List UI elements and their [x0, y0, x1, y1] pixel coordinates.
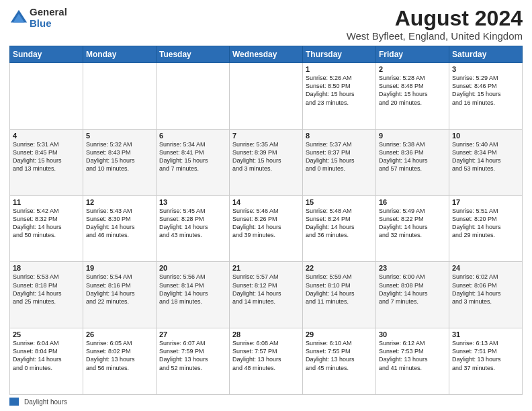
day-number: 13	[159, 198, 226, 206]
page: General Blue August 2024 West Byfleet, E…	[0, 0, 532, 411]
day-info: Sunrise: 6:12 AM Sunset: 7:53 PM Dayligh…	[379, 339, 446, 372]
day-number: 22	[306, 264, 373, 272]
calendar-cell-1-2: 6Sunrise: 5:34 AM Sunset: 8:41 PM Daylig…	[157, 129, 230, 195]
main-title: August 2024	[347, 7, 523, 30]
day-info: Sunrise: 5:35 AM Sunset: 8:39 PM Dayligh…	[232, 140, 300, 173]
logo-text: General Blue	[30, 7, 67, 29]
day-info: Sunrise: 5:51 AM Sunset: 8:20 PM Dayligh…	[452, 207, 519, 240]
day-number: 14	[232, 198, 300, 206]
calendar-cell-2-6: 17Sunrise: 5:51 AM Sunset: 8:20 PM Dayli…	[449, 195, 523, 262]
calendar-cell-1-6: 10Sunrise: 5:40 AM Sunset: 8:34 PM Dayli…	[449, 129, 523, 195]
day-info: Sunrise: 5:46 AM Sunset: 8:26 PM Dayligh…	[232, 207, 300, 240]
calendar-cell-2-0: 11Sunrise: 5:42 AM Sunset: 8:32 PM Dayli…	[10, 195, 83, 262]
day-number: 19	[86, 264, 153, 272]
calendar-cell-3-5: 23Sunrise: 6:00 AM Sunset: 8:08 PM Dayli…	[376, 262, 449, 328]
day-number: 20	[159, 264, 226, 272]
calendar-cell-4-3: 28Sunrise: 6:08 AM Sunset: 7:57 PM Dayli…	[230, 328, 303, 395]
title-block: August 2024 West Byfleet, England, Unite…	[347, 7, 523, 42]
calendar-cell-3-1: 19Sunrise: 5:54 AM Sunset: 8:16 PM Dayli…	[83, 262, 157, 328]
calendar-cell-3-4: 22Sunrise: 5:59 AM Sunset: 8:10 PM Dayli…	[303, 262, 376, 328]
logo-general-text: General	[30, 7, 67, 18]
calendar-cell-2-4: 15Sunrise: 5:48 AM Sunset: 8:24 PM Dayli…	[303, 195, 376, 262]
week-row-4: 25Sunrise: 6:04 AM Sunset: 8:04 PM Dayli…	[10, 328, 523, 395]
day-number: 6	[159, 132, 226, 140]
logo-blue-text: Blue	[30, 18, 67, 30]
day-number: 24	[452, 264, 519, 272]
day-info: Sunrise: 5:57 AM Sunset: 8:12 PM Dayligh…	[232, 273, 300, 306]
header-friday: Friday	[376, 46, 449, 63]
day-number: 15	[306, 198, 373, 206]
calendar-cell-3-3: 21Sunrise: 5:57 AM Sunset: 8:12 PM Dayli…	[230, 262, 303, 328]
calendar-cell-0-5: 2Sunrise: 5:28 AM Sunset: 8:48 PM Daylig…	[376, 63, 449, 130]
calendar-cell-1-5: 9Sunrise: 5:38 AM Sunset: 8:36 PM Daylig…	[376, 129, 449, 195]
calendar-cell-0-2	[157, 63, 230, 130]
calendar-cell-3-2: 20Sunrise: 5:56 AM Sunset: 8:14 PM Dayli…	[157, 262, 230, 328]
day-number: 5	[86, 132, 153, 140]
day-number: 28	[232, 330, 300, 338]
calendar-cell-2-5: 16Sunrise: 5:49 AM Sunset: 8:22 PM Dayli…	[376, 195, 449, 262]
logo-icon	[9, 9, 28, 28]
day-info: Sunrise: 5:31 AM Sunset: 8:45 PM Dayligh…	[13, 140, 80, 173]
day-info: Sunrise: 5:43 AM Sunset: 8:30 PM Dayligh…	[86, 207, 153, 240]
day-info: Sunrise: 5:49 AM Sunset: 8:22 PM Dayligh…	[379, 207, 446, 240]
header-wednesday: Wednesday	[230, 46, 303, 63]
calendar-cell-4-2: 27Sunrise: 6:07 AM Sunset: 7:59 PM Dayli…	[157, 328, 230, 395]
calendar-cell-1-1: 5Sunrise: 5:32 AM Sunset: 8:43 PM Daylig…	[83, 129, 157, 195]
day-number: 23	[379, 264, 446, 272]
day-number: 9	[379, 132, 446, 140]
day-info: Sunrise: 5:37 AM Sunset: 8:37 PM Dayligh…	[306, 140, 373, 173]
header-tuesday: Tuesday	[157, 46, 230, 63]
header-sunday: Sunday	[10, 46, 83, 63]
header: General Blue August 2024 West Byfleet, E…	[9, 7, 523, 42]
day-info: Sunrise: 5:40 AM Sunset: 8:34 PM Dayligh…	[452, 140, 519, 173]
day-info: Sunrise: 5:32 AM Sunset: 8:43 PM Dayligh…	[86, 140, 153, 173]
day-number: 16	[379, 198, 446, 206]
day-info: Sunrise: 5:38 AM Sunset: 8:36 PM Dayligh…	[379, 140, 446, 173]
day-info: Sunrise: 5:59 AM Sunset: 8:10 PM Dayligh…	[306, 273, 373, 306]
day-number: 21	[232, 264, 300, 272]
day-info: Sunrise: 5:26 AM Sunset: 8:50 PM Dayligh…	[306, 74, 373, 107]
day-info: Sunrise: 5:28 AM Sunset: 8:48 PM Dayligh…	[379, 74, 446, 107]
day-info: Sunrise: 6:02 AM Sunset: 8:06 PM Dayligh…	[452, 273, 519, 306]
calendar-cell-2-3: 14Sunrise: 5:46 AM Sunset: 8:26 PM Dayli…	[230, 195, 303, 262]
header-row: Sunday Monday Tuesday Wednesday Thursday…	[10, 46, 523, 63]
footer: Daylight hours	[9, 398, 523, 406]
day-number: 2	[379, 65, 446, 73]
legend-color-box	[9, 398, 19, 406]
day-number: 30	[379, 330, 446, 338]
day-info: Sunrise: 6:07 AM Sunset: 7:59 PM Dayligh…	[159, 339, 226, 372]
calendar-cell-1-0: 4Sunrise: 5:31 AM Sunset: 8:45 PM Daylig…	[10, 129, 83, 195]
day-info: Sunrise: 5:45 AM Sunset: 8:28 PM Dayligh…	[159, 207, 226, 240]
day-info: Sunrise: 5:34 AM Sunset: 8:41 PM Dayligh…	[159, 140, 226, 173]
logo: General Blue	[9, 7, 67, 29]
subtitle: West Byfleet, England, United Kingdom	[347, 30, 523, 42]
day-info: Sunrise: 5:53 AM Sunset: 8:18 PM Dayligh…	[13, 273, 80, 306]
calendar-cell-4-4: 29Sunrise: 6:10 AM Sunset: 7:55 PM Dayli…	[303, 328, 376, 395]
day-number: 17	[452, 198, 519, 206]
calendar-cell-4-5: 30Sunrise: 6:12 AM Sunset: 7:53 PM Dayli…	[376, 328, 449, 395]
calendar-cell-1-3: 7Sunrise: 5:35 AM Sunset: 8:39 PM Daylig…	[230, 129, 303, 195]
day-number: 31	[452, 330, 519, 338]
week-row-0: 1Sunrise: 5:26 AM Sunset: 8:50 PM Daylig…	[10, 63, 523, 130]
week-row-3: 18Sunrise: 5:53 AM Sunset: 8:18 PM Dayli…	[10, 262, 523, 328]
day-info: Sunrise: 5:54 AM Sunset: 8:16 PM Dayligh…	[86, 273, 153, 306]
day-info: Sunrise: 5:42 AM Sunset: 8:32 PM Dayligh…	[13, 207, 80, 240]
day-number: 1	[306, 65, 373, 73]
day-number: 29	[306, 330, 373, 338]
day-info: Sunrise: 6:13 AM Sunset: 7:51 PM Dayligh…	[452, 339, 519, 372]
day-info: Sunrise: 5:29 AM Sunset: 8:46 PM Dayligh…	[452, 74, 519, 107]
calendar-cell-4-1: 26Sunrise: 6:05 AM Sunset: 8:02 PM Dayli…	[83, 328, 157, 395]
calendar-cell-0-0	[10, 63, 83, 130]
day-info: Sunrise: 6:08 AM Sunset: 7:57 PM Dayligh…	[232, 339, 300, 372]
day-number: 25	[13, 330, 80, 338]
day-number: 3	[452, 65, 519, 73]
calendar-cell-2-1: 12Sunrise: 5:43 AM Sunset: 8:30 PM Dayli…	[83, 195, 157, 262]
day-number: 18	[13, 264, 80, 272]
day-number: 11	[13, 198, 80, 206]
day-info: Sunrise: 5:56 AM Sunset: 8:14 PM Dayligh…	[159, 273, 226, 306]
day-info: Sunrise: 6:04 AM Sunset: 8:04 PM Dayligh…	[13, 339, 80, 372]
calendar-cell-0-1	[83, 63, 157, 130]
day-number: 8	[306, 132, 373, 140]
footer-legend-label: Daylight hours	[24, 398, 67, 406]
header-thursday: Thursday	[303, 46, 376, 63]
